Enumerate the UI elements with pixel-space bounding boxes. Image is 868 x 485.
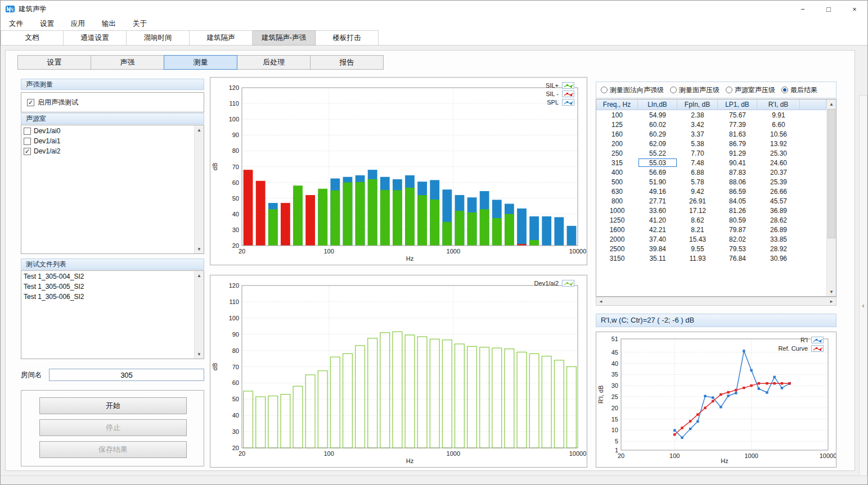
menu-item-3[interactable]: 应用 [62,17,93,30]
scroll-up-icon[interactable]: ▲ [827,99,836,108]
subtab-5[interactable]: 报告 [310,55,384,70]
table-vscrollbar[interactable]: ▲▼ [826,99,836,296]
table-row[interactable]: 40056.696.8887.8320.37 [596,167,836,177]
radio-icon[interactable] [601,87,608,93]
test-file-item[interactable]: Test 1_305-005_SI2 [21,282,194,292]
table-row[interactable]: 16060.293.3781.6310.56 [596,129,836,139]
radio-icon[interactable] [726,87,732,93]
scroll-right-icon[interactable]: ▸ [827,297,836,305]
radio-label: 最后结果 [790,85,817,95]
scroll-up-icon[interactable]: ▲ [195,271,204,280]
legend-label: SIL+ [546,82,559,89]
table-row[interactable]: 100033.6017.1281.2636.89 [596,206,836,215]
save-results-button[interactable]: 保存结果 [39,441,187,458]
weighted-index-result: R'I,w (C; Ctr)=27 ( -2; -6 ) dB [596,314,836,327]
svg-text:100: 100 [669,452,680,459]
enable-si-row[interactable]: ✓ 启用声强测试 [21,93,204,112]
radio-option-4[interactable]: 最后结果 [781,85,817,95]
tab-2[interactable]: 通道设置 [64,30,127,46]
minimize-button[interactable]: − [790,1,816,17]
room-name-input[interactable] [49,369,204,381]
table-cell: 8.21 [677,225,718,234]
menu-item-1[interactable]: 文件 [1,17,32,30]
radio-option-2[interactable]: 测量面声压级 [670,85,719,95]
scroll-down-icon[interactable]: ▼ [195,350,204,359]
table-row[interactable]: 200037.4015.4382.0233.85 [596,234,836,244]
tab-1[interactable]: 文档 [1,30,64,46]
table-cell: 26.66 [757,187,800,196]
radio-icon[interactable] [670,87,677,93]
scroll-left-icon[interactable]: ◂ [596,297,605,305]
menu-item-5[interactable]: 关于 [124,17,155,30]
table-row[interactable]: 20062.095.3886.7913.92 [596,139,836,148]
table-cell: 84.05 [718,196,757,206]
channel-list-item[interactable]: ✓Dev1/ai2 [21,146,194,156]
app-window: 建筑声学 − □ × 文件设置应用输出关于 文档通道设置混响时间建筑隔声建筑隔声… [0,0,868,485]
tab-3[interactable]: 混响时间 [127,30,190,46]
channel-checkbox[interactable]: ✓ [24,148,31,155]
channel-list-item[interactable]: Dev1/ai0 [21,126,194,136]
legend-label: R'I [800,337,808,343]
scroll-down-icon[interactable]: ▼ [195,244,204,253]
test-file-item[interactable]: Test 1_305-004_SI2 [21,271,194,282]
menu-item-4[interactable]: 输出 [93,17,124,30]
maximize-button[interactable]: □ [816,1,842,17]
svg-text:110: 110 [229,100,239,107]
start-button[interactable]: 开始 [39,397,187,414]
table-cell: 25.30 [757,148,800,158]
subtab-1[interactable]: 设置 [17,55,91,70]
table-row[interactable]: 80027.7126.9184.0545.57 [596,196,836,206]
table-cell [800,253,826,263]
tab-6[interactable]: 楼板打击 [316,30,379,46]
subtab-4[interactable]: 后处理 [237,55,311,70]
radio-option-3[interactable]: 声源室声压级 [726,85,775,95]
table-row[interactable]: 31555.037.4890.4124.60 [596,158,836,167]
table-row[interactable]: 63049.169.4286.5926.66 [596,187,836,196]
menu-item-2[interactable]: 设置 [32,17,62,30]
table-row[interactable]: 315035.1111.9376.8430.96 [596,253,836,263]
file-list-scrollbar[interactable]: ▲ ▼ [194,271,204,359]
stop-button[interactable]: 停止 [39,419,187,436]
collapse-panel-strip[interactable]: ‹ [859,95,867,485]
table-cell: 33.60 [638,206,677,215]
svg-text:1000: 1000 [744,452,758,459]
table-row[interactable]: 125041.208.6280.5928.62 [596,215,836,225]
scroll-thumb[interactable] [827,109,835,238]
radio-option-1[interactable]: 测量面法向声强级 [601,85,664,95]
table-row[interactable]: 160042.218.2179.8726.89 [596,225,836,234]
svg-text:10: 10 [611,427,618,433]
table-cell [800,196,826,206]
table-row[interactable]: 10054.992.3875.679.91 [596,110,836,120]
legend-label: SPL [547,99,559,106]
scroll-down-icon[interactable]: ▼ [827,287,836,296]
enable-si-checkbox[interactable]: ✓ [27,99,34,106]
table-row[interactable]: 50051.905.7888.0625.39 [596,177,836,187]
subtab-2[interactable]: 声强 [91,55,164,70]
channel-checkbox[interactable] [24,138,31,145]
room-name-label: 房间名 [21,370,49,380]
test-file-item[interactable]: Test 1_305-006_SI2 [21,292,194,302]
si-spectrum-svg: 203040506070809010011012020100100010000H… [210,78,587,265]
table-cell: 51.90 [638,177,677,187]
channel-list-item[interactable]: Dev1/ai1 [21,136,194,146]
table-row[interactable]: 250039.849.5579.5328.92 [596,244,836,253]
channel-checkbox[interactable] [24,128,31,135]
table-hscrollbar[interactable]: ◂ ▸ [596,297,836,306]
table-row[interactable]: 25055.227.7091.2925.30 [596,148,836,158]
legend-series-icon [562,99,574,106]
table-cell: 630 [596,187,638,196]
close-button[interactable]: × [842,1,867,17]
subtab-3[interactable]: 测量 [164,55,237,70]
table-row[interactable]: 12560.023.4277.396.60 [596,120,836,129]
results-table: Freq., HzLIn,dBFpIn, dBLP1, dBR'I, dB100… [596,99,836,297]
tab-4[interactable]: 建筑隔声 [190,30,253,46]
table-cell: 79.87 [718,225,757,234]
scroll-up-icon[interactable]: ▲ [195,125,204,134]
tab-5[interactable]: 建筑隔声-声强 [253,30,316,46]
radio-icon[interactable] [781,87,788,93]
table-cell: 26.89 [757,225,800,234]
radio-label: 测量面声压级 [679,85,719,95]
table-cell: 35.11 [638,253,677,263]
table-cell: 36.89 [757,206,800,215]
channel-list-scrollbar[interactable]: ▲ ▼ [194,125,204,253]
